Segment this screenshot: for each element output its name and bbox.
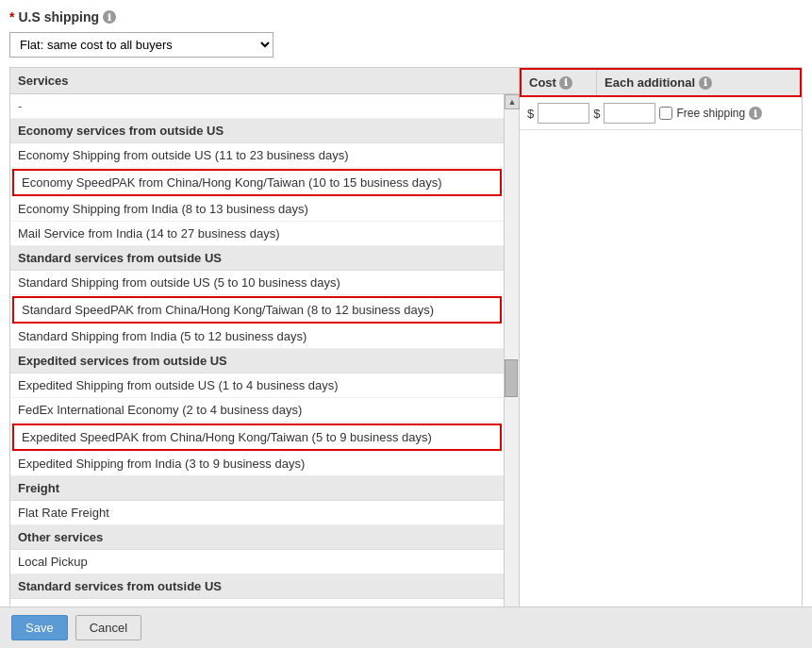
service-standard-india[interactable]: Standard Shipping from India (5 to 12 bu… <box>10 324 504 349</box>
service-expedited-speedpak[interactable]: Expedited SpeedPAK from China/Hong Kong/… <box>12 424 502 451</box>
free-shipping-info-icon[interactable]: ℹ <box>749 107 762 120</box>
service-economy-india[interactable]: Economy Shipping from India (8 to 13 bus… <box>10 197 504 222</box>
service-economy-speedpak[interactable]: Economy SpeedPAK from China/Hong Kong/Ta… <box>12 169 502 196</box>
scroll-thumb[interactable] <box>505 359 518 397</box>
services-panel: Services - Economy services from outside… <box>10 68 520 623</box>
free-shipping-checkbox[interactable] <box>659 107 672 120</box>
each-additional-input[interactable] <box>604 103 655 124</box>
service-standard-speedpak[interactable]: Standard SpeedPAK from China/Hong Kong/T… <box>12 296 502 324</box>
dash-row[interactable]: - <box>10 94 504 119</box>
group-other-services: Other services <box>10 525 504 550</box>
service-expedited-outside-us[interactable]: Expedited Shipping from outside US (1 to… <box>10 374 504 398</box>
cost-header-cell: Cost ℹ <box>522 70 597 95</box>
each-additional-header-cell: Each additional ℹ <box>597 70 800 95</box>
group-freight: Freight <box>10 476 504 501</box>
each-additional-label: Each additional <box>605 75 695 90</box>
cost-input[interactable] <box>538 103 589 124</box>
scroll-track <box>505 109 519 608</box>
shipping-table: Services - Economy services from outside… <box>9 67 803 624</box>
service-flat-rate-freight[interactable]: Flat Rate Freight <box>10 501 504 525</box>
each-additional-info-icon[interactable]: ℹ <box>699 76 712 90</box>
us-shipping-info-icon[interactable]: ℹ <box>103 10 116 24</box>
title-text: U.S shipping <box>18 9 99 25</box>
cost-header-row: Cost ℹ Each additional ℹ <box>520 68 802 97</box>
section-title: * U.S shipping ℹ <box>9 9 803 25</box>
service-economy-outside-us[interactable]: Economy Shipping from outside US (11 to … <box>10 143 504 168</box>
service-local-pickup[interactable]: Local Pickup <box>10 550 504 574</box>
service-mail-india[interactable]: Mail Service from India (14 to 27 busine… <box>10 222 504 246</box>
cost-input-row: $ $ Free shipping ℹ <box>520 97 802 130</box>
cost-info-icon[interactable]: ℹ <box>559 76 572 90</box>
cost-panel-spacer <box>520 130 802 623</box>
save-button[interactable]: Save <box>11 615 68 640</box>
service-fedex-international[interactable]: FedEx International Economy (2 to 4 busi… <box>10 398 504 423</box>
services-list: - Economy services from outside US Econo… <box>10 94 504 623</box>
scroll-up-btn[interactable]: ▲ <box>505 94 520 109</box>
services-scrollbar[interactable]: ▲ ▼ <box>504 94 519 623</box>
cancel-button[interactable]: Cancel <box>75 615 141 640</box>
cost-panel: Cost ℹ Each additional ℹ $ $ Free shippi… <box>520 68 802 623</box>
services-header: Services <box>10 68 519 94</box>
group-expedited-outside-us: Expedited services from outside US <box>10 349 504 374</box>
group-economy-outside-us: Economy services from outside US <box>10 119 504 143</box>
services-list-container: - Economy services from outside US Econo… <box>10 94 519 623</box>
flat-select-row: Flat: same cost to all buyers Calculated… <box>9 32 803 58</box>
group-standard-outside-us-2: Standard services from outside US <box>10 574 504 599</box>
free-shipping-row: Free shipping ℹ <box>659 107 762 120</box>
footer-bar: Save Cancel <box>0 606 812 648</box>
cost-dollar-sign: $ <box>527 107 534 121</box>
group-standard-outside-us: Standard services from outside US <box>10 246 504 271</box>
service-expedited-india[interactable]: Expedited Shipping from India (3 to 9 bu… <box>10 452 504 476</box>
shipping-type-select[interactable]: Flat: same cost to all buyers Calculated… <box>9 32 273 58</box>
free-shipping-label: Free shipping <box>676 107 745 120</box>
title-asterisk: * <box>9 9 14 25</box>
cost-header-label: Cost <box>529 75 556 90</box>
each-additional-dollar-sign: $ <box>593 107 600 121</box>
service-standard-outside-us[interactable]: Standard Shipping from outside US (5 to … <box>10 271 504 295</box>
